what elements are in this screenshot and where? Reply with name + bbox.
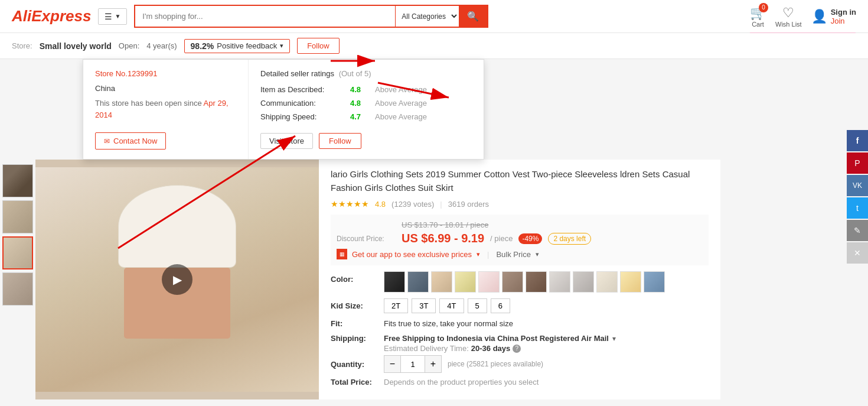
thumbnail-1[interactable] bbox=[2, 164, 33, 197]
swatch-9[interactable] bbox=[573, 271, 594, 293]
swatch-2[interactable] bbox=[407, 271, 429, 293]
thumbnail-4[interactable] bbox=[2, 272, 33, 306]
bulk-arrow: ▾ bbox=[536, 251, 539, 258]
pinterest-button[interactable]: P bbox=[847, 152, 868, 174]
account-area[interactable]: 👤 Sign in Join bbox=[811, 8, 856, 25]
menu-arrow: ▼ bbox=[115, 13, 120, 20]
discount-price: US $6.99 - 9.19 bbox=[402, 232, 484, 245]
kid-size-label: Kid Size: bbox=[331, 301, 378, 310]
help-icon[interactable]: ? bbox=[513, 345, 521, 353]
swatch-8[interactable] bbox=[549, 271, 570, 293]
feedback-pct: 98.2% bbox=[191, 41, 214, 51]
quantity-info: piece (25821 pieces available) bbox=[448, 360, 543, 368]
quantity-label: Quantity: bbox=[331, 360, 378, 369]
fit-label: Fit: bbox=[331, 319, 378, 328]
rating-label-described: Above Average bbox=[375, 85, 427, 94]
bulk-price[interactable]: Bulk Price bbox=[496, 250, 531, 259]
thumbnail-2[interactable] bbox=[2, 200, 33, 233]
store-name: Small lovely world bbox=[40, 41, 112, 51]
cart-area[interactable]: 🛒 0 Cart bbox=[750, 5, 766, 28]
size-5[interactable]: 5 bbox=[468, 298, 487, 313]
pinterest-icon: P bbox=[854, 158, 860, 168]
cart-badge: 0 bbox=[759, 3, 768, 12]
edit-button[interactable]: ✎ bbox=[847, 220, 868, 241]
total-label: Total Price: bbox=[331, 378, 378, 386]
price-unit: / piece bbox=[490, 234, 513, 243]
follow-button-dropdown[interactable]: Follow bbox=[319, 133, 361, 149]
swatch-6[interactable] bbox=[502, 271, 523, 293]
menu-icon: ☰ bbox=[105, 12, 112, 21]
follow-button-store-bar[interactable]: Follow bbox=[297, 38, 340, 54]
store-label: Store: bbox=[12, 41, 32, 50]
open-years: 4 year(s) bbox=[146, 41, 177, 50]
search-input[interactable] bbox=[135, 6, 395, 27]
sign-in-link[interactable]: Sign in bbox=[831, 8, 856, 17]
play-button[interactable]: ▶ bbox=[162, 264, 192, 295]
vk-button[interactable]: VK bbox=[847, 175, 868, 196]
quantity-minus[interactable]: − bbox=[384, 356, 401, 372]
orders-count: 3619 orders bbox=[448, 200, 489, 209]
twitter-icon: t bbox=[856, 203, 859, 213]
swatch-4[interactable] bbox=[455, 271, 476, 293]
fit-value: Fits true to size, take your normal size bbox=[384, 319, 513, 328]
wishlist-area[interactable]: ♡ Wish List bbox=[775, 5, 802, 28]
swatch-5[interactable] bbox=[478, 271, 500, 293]
logo[interactable]: AliExpress bbox=[12, 7, 91, 25]
twitter-button[interactable]: t bbox=[847, 197, 868, 219]
color-label: Color: bbox=[331, 271, 378, 284]
swatch-7[interactable] bbox=[526, 271, 547, 293]
swatch-12[interactable] bbox=[644, 271, 665, 293]
app-arrow: ▾ bbox=[477, 251, 480, 258]
swatch-3[interactable] bbox=[431, 271, 452, 293]
price-section: US $13.70 - 18.01 / piece Discount Price… bbox=[331, 215, 709, 265]
rating-val-described: 4.8 bbox=[350, 85, 368, 94]
stars: ★★★★★ bbox=[331, 199, 369, 209]
open-label: Open: bbox=[119, 41, 139, 50]
close-sidebar-button[interactable]: ✕ bbox=[847, 242, 868, 264]
size-3t[interactable]: 3T bbox=[412, 298, 436, 313]
delivery-label: Estimated Delivery Time: bbox=[384, 344, 469, 353]
total-value: Depends on the product properties you se… bbox=[384, 378, 539, 386]
quantity-control: − + bbox=[384, 355, 442, 373]
size-4t[interactable]: 4T bbox=[439, 298, 464, 313]
dropdown-actions: Visit Store Follow bbox=[260, 133, 472, 149]
shipping-value: Free Shipping to Indonesia via China Pos… bbox=[384, 334, 609, 343]
facebook-icon: f bbox=[856, 136, 859, 145]
rating-item-described: Item as Described: 4.8 Above Average bbox=[260, 85, 472, 94]
main-content: ▶ lario Girls Clothing Sets 2019 Summer … bbox=[0, 160, 868, 399]
size-6[interactable]: 6 bbox=[491, 298, 510, 313]
swatch-1[interactable] bbox=[384, 271, 405, 293]
separator2: | bbox=[487, 250, 489, 259]
rating-label-shipping: Above Average bbox=[375, 112, 427, 121]
seller-dropdown: Store No.1239991 China This store has be… bbox=[83, 59, 484, 160]
feedback-label: Positive feedback bbox=[217, 41, 277, 50]
contact-now-button[interactable]: ✉ Contact Now bbox=[95, 132, 166, 150]
feedback-box[interactable]: 98.2% Positive feedback ▾ bbox=[184, 39, 291, 53]
size-2t[interactable]: 2T bbox=[384, 298, 408, 313]
category-select[interactable]: All Categories bbox=[395, 6, 459, 27]
quantity-plus[interactable]: + bbox=[425, 356, 441, 372]
store-open-since: This store has been open since Apr 29, 2… bbox=[95, 98, 236, 121]
shipping-dropdown-icon[interactable]: ▾ bbox=[612, 334, 616, 343]
rating-item-shipping: Shipping Speed: 4.7 Above Average bbox=[260, 112, 472, 121]
rating-val-communication: 4.8 bbox=[350, 99, 368, 108]
store-number[interactable]: Store No.1239991 bbox=[95, 69, 236, 78]
visit-store-button[interactable]: Visit Store bbox=[260, 133, 313, 149]
search-button[interactable]: 🔍 bbox=[459, 6, 487, 27]
rating-label-communication: Above Average bbox=[375, 99, 427, 108]
color-row: Color: bbox=[331, 271, 709, 293]
quantity-input[interactable] bbox=[401, 356, 425, 372]
discount-badge: -49% bbox=[518, 233, 542, 244]
facebook-button[interactable]: f bbox=[847, 130, 868, 151]
app-text[interactable]: Get our app to see exclusive prices bbox=[352, 250, 472, 259]
store-bar: Store: Small lovely world Open: 4 year(s… bbox=[0, 33, 868, 59]
mail-icon: ✉ bbox=[104, 137, 110, 145]
menu-button[interactable]: ☰ ▼ bbox=[98, 8, 127, 25]
feedback-arrow-icon: ▾ bbox=[280, 42, 283, 50]
thumbnail-3[interactable] bbox=[2, 236, 33, 269]
swatch-11[interactable] bbox=[620, 271, 641, 293]
product-title: lario Girls Clothing Sets 2019 Summer Co… bbox=[331, 168, 709, 194]
main-image-area: ▶ bbox=[35, 160, 319, 399]
swatch-10[interactable] bbox=[596, 271, 618, 293]
join-link[interactable]: Join bbox=[831, 17, 856, 25]
